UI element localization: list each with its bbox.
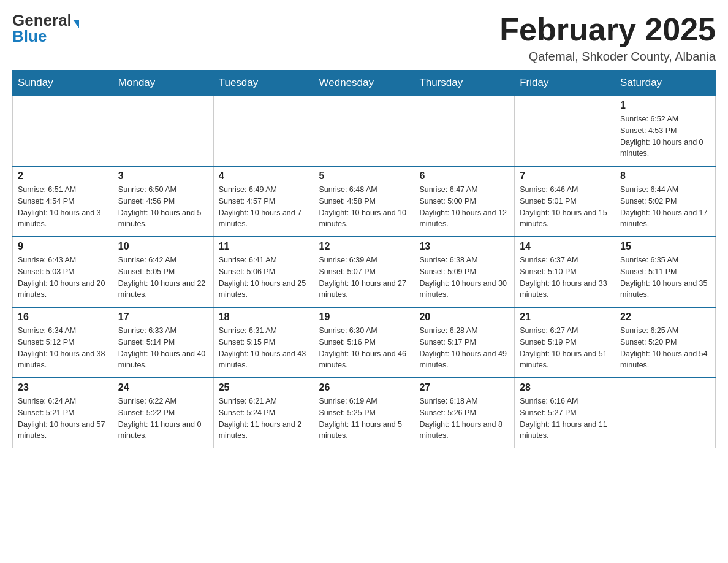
logo-arrow-icon [73, 20, 79, 28]
day-number: 12 [319, 241, 409, 252]
calendar-cell: 16Sunrise: 6:34 AMSunset: 5:12 PMDayligh… [13, 307, 113, 378]
calendar-cell: 28Sunrise: 6:16 AMSunset: 5:27 PMDayligh… [515, 378, 615, 448]
day-number: 17 [118, 312, 208, 323]
calendar-cell: 1Sunrise: 6:52 AMSunset: 4:53 PMDaylight… [615, 96, 716, 166]
day-number: 24 [118, 382, 208, 393]
day-number: 28 [520, 382, 610, 393]
day-number: 8 [620, 170, 710, 182]
calendar-cell: 3Sunrise: 6:50 AMSunset: 4:56 PMDaylight… [113, 166, 213, 237]
day-of-week-thursday: Thursday [414, 71, 515, 96]
day-info: Sunrise: 6:34 AMSunset: 5:12 PMDaylight:… [18, 325, 108, 371]
day-number: 9 [18, 241, 108, 252]
day-info: Sunrise: 6:19 AMSunset: 5:25 PMDaylight:… [319, 396, 409, 442]
day-number: 26 [319, 382, 409, 393]
calendar-cell: 10Sunrise: 6:42 AMSunset: 5:05 PMDayligh… [113, 237, 213, 307]
day-number: 22 [620, 312, 710, 323]
day-of-week-tuesday: Tuesday [213, 71, 314, 96]
calendar-body: 1Sunrise: 6:52 AMSunset: 4:53 PMDaylight… [13, 96, 716, 448]
calendar-cell: 12Sunrise: 6:39 AMSunset: 5:07 PMDayligh… [314, 237, 414, 307]
day-of-week-sunday: Sunday [13, 71, 113, 96]
day-info: Sunrise: 6:37 AMSunset: 5:10 PMDaylight:… [520, 255, 610, 301]
day-number: 11 [219, 241, 309, 252]
calendar-cell: 22Sunrise: 6:25 AMSunset: 5:20 PMDayligh… [615, 307, 716, 378]
day-number: 2 [18, 170, 108, 182]
calendar-cell: 25Sunrise: 6:21 AMSunset: 5:24 PMDayligh… [213, 378, 314, 448]
day-number: 27 [419, 382, 509, 393]
logo: General Blue [12, 12, 79, 44]
day-info: Sunrise: 6:22 AMSunset: 5:22 PMDaylight:… [118, 396, 208, 442]
title-block: February 2025 Qafemal, Shkoder County, A… [499, 12, 716, 64]
day-info: Sunrise: 6:47 AMSunset: 5:00 PMDaylight:… [419, 184, 509, 230]
calendar-cell [113, 96, 213, 166]
week-row-3: 16Sunrise: 6:34 AMSunset: 5:12 PMDayligh… [13, 307, 716, 378]
day-of-week-friday: Friday [515, 71, 615, 96]
day-number: 16 [18, 312, 108, 323]
calendar-cell: 21Sunrise: 6:27 AMSunset: 5:19 PMDayligh… [515, 307, 615, 378]
week-row-0: 1Sunrise: 6:52 AMSunset: 4:53 PMDaylight… [13, 96, 716, 166]
page-header: General Blue February 2025 Qafemal, Shko… [12, 12, 716, 64]
calendar-cell [314, 96, 414, 166]
day-number: 1 [620, 100, 710, 111]
calendar-cell: 13Sunrise: 6:38 AMSunset: 5:09 PMDayligh… [414, 237, 515, 307]
day-info: Sunrise: 6:39 AMSunset: 5:07 PMDaylight:… [319, 255, 409, 301]
day-info: Sunrise: 6:52 AMSunset: 4:53 PMDaylight:… [620, 113, 710, 159]
day-of-week-saturday: Saturday [615, 71, 716, 96]
day-info: Sunrise: 6:35 AMSunset: 5:11 PMDaylight:… [620, 255, 710, 301]
calendar-cell [13, 96, 113, 166]
calendar-cell [213, 96, 314, 166]
week-row-2: 9Sunrise: 6:43 AMSunset: 5:03 PMDaylight… [13, 237, 716, 307]
day-number: 3 [118, 170, 208, 182]
calendar-cell: 4Sunrise: 6:49 AMSunset: 4:57 PMDaylight… [213, 166, 314, 237]
calendar-cell: 20Sunrise: 6:28 AMSunset: 5:17 PMDayligh… [414, 307, 515, 378]
day-info: Sunrise: 6:16 AMSunset: 5:27 PMDaylight:… [520, 396, 610, 442]
calendar-cell [414, 96, 515, 166]
calendar-cell: 2Sunrise: 6:51 AMSunset: 4:54 PMDaylight… [13, 166, 113, 237]
day-number: 15 [620, 241, 710, 252]
location-text: Qafemal, Shkoder County, Albania [499, 50, 716, 64]
day-info: Sunrise: 6:51 AMSunset: 4:54 PMDaylight:… [18, 184, 108, 230]
calendar-cell: 17Sunrise: 6:33 AMSunset: 5:14 PMDayligh… [113, 307, 213, 378]
day-info: Sunrise: 6:30 AMSunset: 5:16 PMDaylight:… [319, 325, 409, 371]
day-info: Sunrise: 6:27 AMSunset: 5:19 PMDaylight:… [520, 325, 610, 371]
day-info: Sunrise: 6:48 AMSunset: 4:58 PMDaylight:… [319, 184, 409, 230]
day-info: Sunrise: 6:38 AMSunset: 5:09 PMDaylight:… [419, 255, 509, 301]
day-number: 13 [419, 241, 509, 252]
calendar-cell: 8Sunrise: 6:44 AMSunset: 5:02 PMDaylight… [615, 166, 716, 237]
calendar-table: SundayMondayTuesdayWednesdayThursdayFrid… [12, 70, 716, 448]
day-info: Sunrise: 6:46 AMSunset: 5:01 PMDaylight:… [520, 184, 610, 230]
week-row-1: 2Sunrise: 6:51 AMSunset: 4:54 PMDaylight… [13, 166, 716, 237]
day-info: Sunrise: 6:28 AMSunset: 5:17 PMDaylight:… [419, 325, 509, 371]
day-info: Sunrise: 6:50 AMSunset: 4:56 PMDaylight:… [118, 184, 208, 230]
calendar-header: SundayMondayTuesdayWednesdayThursdayFrid… [13, 71, 716, 96]
day-info: Sunrise: 6:31 AMSunset: 5:15 PMDaylight:… [219, 325, 309, 371]
days-of-week-row: SundayMondayTuesdayWednesdayThursdayFrid… [13, 71, 716, 96]
calendar-cell: 24Sunrise: 6:22 AMSunset: 5:22 PMDayligh… [113, 378, 213, 448]
day-number: 19 [319, 312, 409, 323]
calendar-cell: 9Sunrise: 6:43 AMSunset: 5:03 PMDaylight… [13, 237, 113, 307]
day-number: 21 [520, 312, 610, 323]
week-row-4: 23Sunrise: 6:24 AMSunset: 5:21 PMDayligh… [13, 378, 716, 448]
day-info: Sunrise: 6:33 AMSunset: 5:14 PMDaylight:… [118, 325, 208, 371]
calendar-cell: 19Sunrise: 6:30 AMSunset: 5:16 PMDayligh… [314, 307, 414, 378]
day-number: 23 [18, 382, 108, 393]
day-number: 5 [319, 170, 409, 182]
calendar-cell [515, 96, 615, 166]
calendar-cell: 14Sunrise: 6:37 AMSunset: 5:10 PMDayligh… [515, 237, 615, 307]
day-number: 10 [118, 241, 208, 252]
calendar-cell: 15Sunrise: 6:35 AMSunset: 5:11 PMDayligh… [615, 237, 716, 307]
calendar-cell: 18Sunrise: 6:31 AMSunset: 5:15 PMDayligh… [213, 307, 314, 378]
calendar-cell: 11Sunrise: 6:41 AMSunset: 5:06 PMDayligh… [213, 237, 314, 307]
day-number: 20 [419, 312, 509, 323]
logo-blue-text: Blue [12, 28, 47, 44]
calendar-cell: 27Sunrise: 6:18 AMSunset: 5:26 PMDayligh… [414, 378, 515, 448]
day-number: 14 [520, 241, 610, 252]
day-number: 7 [520, 170, 610, 182]
day-number: 18 [219, 312, 309, 323]
day-info: Sunrise: 6:49 AMSunset: 4:57 PMDaylight:… [219, 184, 309, 230]
day-info: Sunrise: 6:41 AMSunset: 5:06 PMDaylight:… [219, 255, 309, 301]
day-info: Sunrise: 6:42 AMSunset: 5:05 PMDaylight:… [118, 255, 208, 301]
day-info: Sunrise: 6:25 AMSunset: 5:20 PMDaylight:… [620, 325, 710, 371]
calendar-cell: 5Sunrise: 6:48 AMSunset: 4:58 PMDaylight… [314, 166, 414, 237]
calendar-cell [615, 378, 716, 448]
calendar-cell: 6Sunrise: 6:47 AMSunset: 5:00 PMDaylight… [414, 166, 515, 237]
